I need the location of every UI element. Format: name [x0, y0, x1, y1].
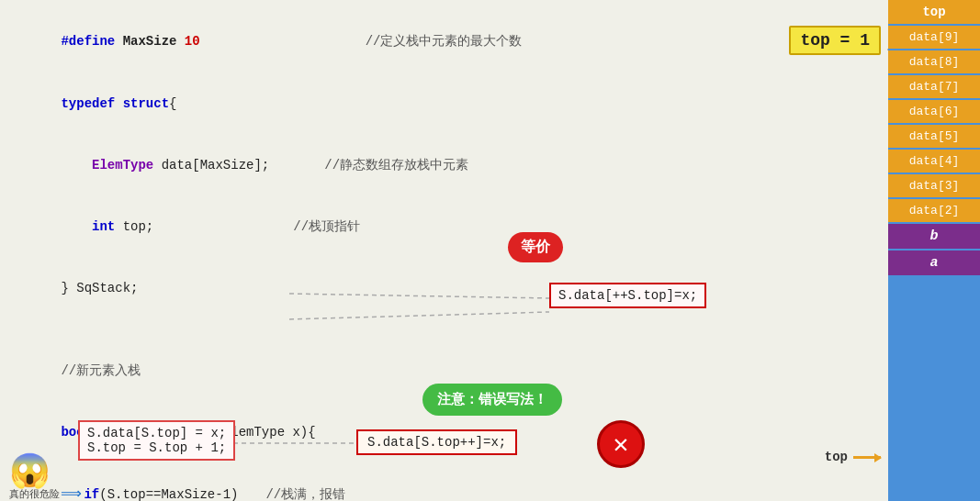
- line4-comment: //栈顶指针: [293, 219, 360, 234]
- brace-open: {: [169, 96, 176, 111]
- sidebar-cell-data3: data[3]: [888, 174, 980, 199]
- sidebar-cell-data7: data[7]: [888, 75, 980, 100]
- if-condition: (S.top==MaxSize-1): [99, 487, 238, 501]
- sidebar-cell-b: b: [888, 224, 980, 250]
- sqstack-decl: } SqStack;: [61, 281, 138, 295]
- equiv-box: S.data[++S.top]=x;: [549, 283, 706, 308]
- push-comment: //新元素入栈: [61, 363, 141, 378]
- dengji-bubble: 等价: [508, 232, 563, 262]
- wrong-line1: S.data[S.top] = x;: [87, 426, 226, 440]
- code-line-2: typedef struct{: [15, 72, 757, 134]
- sidebar-cell-data8: data[8]: [888, 50, 980, 75]
- top-equals-label: top = 1: [789, 26, 881, 55]
- struct-keyword: struct: [123, 96, 169, 111]
- top-arrow-icon: [853, 456, 881, 459]
- top-text-bottom: top: [825, 450, 848, 464]
- char-label: 真的很危险: [9, 487, 60, 501]
- code-line-1: #define MaxSize 10//定义栈中元素的最大个数: [15, 11, 757, 72]
- sidebar-cell-a: a: [888, 250, 980, 277]
- maxsize-value: 10: [185, 34, 200, 49]
- sidebar-cell-top: top: [888, 0, 980, 26]
- code-line-9: ⟹if(S.top==MaxSize-1)//栈满，报错: [15, 463, 757, 501]
- sidebar-spacer: [888, 277, 980, 501]
- int-keyword: int: [92, 219, 115, 234]
- top-label-bottom: top: [825, 450, 881, 464]
- character-figure: 😱: [9, 451, 51, 492]
- line1-comment: //定义栈中元素的最大个数: [366, 34, 523, 49]
- code-line-7: //新元素入栈: [15, 340, 757, 401]
- sidebar-cell-data4: data[4]: [888, 150, 980, 174]
- sidebar: top data[9] data[8] data[7] data[6] data…: [888, 0, 980, 501]
- wrong-code-left: S.data[S.top] = x; S.top = S.top + 1;: [78, 420, 235, 461]
- elemtype-keyword: ElemType: [92, 158, 153, 173]
- sidebar-cell-data2: data[2]: [888, 199, 980, 224]
- line9-comment: //栈满，报错: [265, 487, 345, 501]
- indent: [61, 158, 92, 173]
- code-line-4: int top;//栈顶指针: [15, 196, 757, 258]
- sidebar-cell-data6: data[6]: [888, 100, 980, 125]
- typedef-keyword: typedef: [61, 96, 122, 111]
- if-keyword: if: [84, 487, 99, 501]
- data-decl: data[MaxSize];: [153, 158, 269, 173]
- wrong-code-right: S.data[S.top++]=x;: [356, 429, 517, 455]
- define-keyword: #define: [61, 34, 122, 49]
- blue-arrow-icon: ⟹: [61, 484, 82, 501]
- maxsize-text: MaxSize: [123, 34, 185, 49]
- top-decl: top;: [115, 219, 153, 234]
- x-mark-icon: ✕: [597, 420, 645, 468]
- line3-comment: //静态数组存放栈中元素: [324, 158, 468, 173]
- code-line-3: ElemType data[MaxSize];//静态数组存放栈中元素: [15, 134, 757, 195]
- indent: [61, 219, 92, 234]
- wrong-line2: S.top = S.top + 1;: [87, 440, 226, 455]
- sidebar-cell-data5: data[5]: [888, 125, 980, 150]
- sidebar-cell-data9: data[9]: [888, 26, 980, 50]
- note-bubble: 注意：错误写法！: [422, 384, 562, 416]
- blank-line: [15, 319, 757, 340]
